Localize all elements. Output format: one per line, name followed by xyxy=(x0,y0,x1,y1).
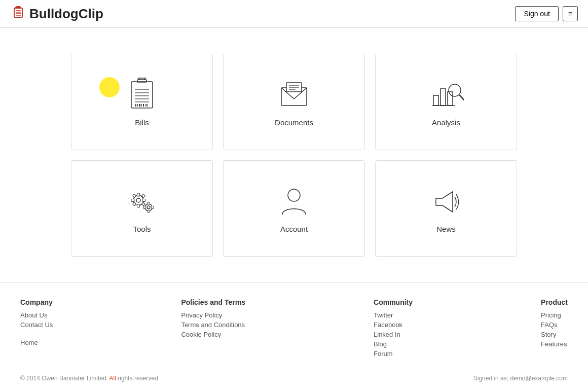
header-actions: Sign out ≡ xyxy=(515,6,578,21)
svg-rect-37 xyxy=(131,199,134,201)
copyright-highlight: All xyxy=(109,375,116,382)
svg-point-43 xyxy=(145,204,152,211)
svg-rect-18 xyxy=(141,104,142,106)
account-icon xyxy=(276,184,312,220)
bills-label: Bills xyxy=(135,118,149,127)
account-label: Account xyxy=(280,225,308,233)
svg-point-30 xyxy=(449,84,461,96)
footer-link-twitter[interactable]: Twitter xyxy=(374,311,413,319)
svg-rect-35 xyxy=(137,193,140,196)
svg-rect-19 xyxy=(143,104,144,106)
logo-icon xyxy=(10,6,26,22)
footer-company: Company About Us Contact Us Home xyxy=(20,298,53,360)
footer: Company About Us Contact Us Home Policie… xyxy=(0,282,588,392)
footer-copyright: © 2014 Owen Bannister Limited. All right… xyxy=(20,375,158,382)
svg-rect-1 xyxy=(16,6,20,7)
svg-line-31 xyxy=(460,95,464,100)
svg-rect-45 xyxy=(148,202,150,204)
header: BulldogClip Sign out ≡ xyxy=(0,0,588,28)
svg-rect-21 xyxy=(146,104,148,106)
svg-rect-15 xyxy=(135,104,136,106)
svg-rect-47 xyxy=(143,206,145,208)
svg-rect-28 xyxy=(440,89,446,105)
card-news[interactable]: News xyxy=(375,160,517,257)
svg-rect-38 xyxy=(142,199,145,201)
svg-rect-20 xyxy=(145,104,145,106)
footer-link-home[interactable]: Home xyxy=(20,339,53,346)
footer-policies-heading: Policies and Terms xyxy=(181,298,245,306)
svg-rect-48 xyxy=(152,206,154,208)
svg-rect-41 xyxy=(132,202,136,205)
card-bills[interactable]: Bills xyxy=(71,54,213,150)
footer-signed-in: Signed in as: demo@example.com xyxy=(473,375,568,382)
footer-community: Community Twitter Facebook Linked In Blo… xyxy=(374,298,413,360)
svg-rect-17 xyxy=(139,104,140,106)
footer-link-contact[interactable]: Contact Us xyxy=(20,321,53,329)
logo[interactable]: BulldogClip xyxy=(10,6,103,22)
documents-label: Documents xyxy=(275,118,313,127)
bills-icon xyxy=(124,78,160,113)
footer-company-heading: Company xyxy=(20,298,53,306)
footer-product: Product Pricing FAQs Story Features xyxy=(541,298,568,360)
card-analysis[interactable]: Analysis xyxy=(375,54,517,150)
cursor-highlight xyxy=(99,77,120,97)
svg-point-44 xyxy=(147,206,150,209)
footer-link-linkedin[interactable]: Linked In xyxy=(374,331,413,338)
svg-rect-42 xyxy=(141,202,145,205)
signout-button[interactable]: Sign out xyxy=(515,6,558,21)
news-icon xyxy=(428,184,464,220)
tools-label: Tools xyxy=(133,225,151,233)
news-label: News xyxy=(436,225,456,233)
footer-link-faqs[interactable]: FAQs xyxy=(541,321,568,329)
svg-rect-39 xyxy=(132,194,136,197)
svg-rect-16 xyxy=(137,104,138,106)
footer-link-cookie[interactable]: Cookie Policy xyxy=(181,331,245,338)
svg-rect-3 xyxy=(14,8,22,17)
svg-rect-36 xyxy=(137,204,140,207)
footer-link-terms[interactable]: Terms and Conditions xyxy=(181,321,245,329)
footer-bottom: © 2014 Owen Bannister Limited. All right… xyxy=(20,370,568,382)
analysis-icon xyxy=(428,78,464,113)
svg-rect-23 xyxy=(286,83,302,92)
footer-link-blog[interactable]: Blog xyxy=(374,340,413,348)
logo-text: BulldogClip xyxy=(29,6,103,22)
svg-rect-27 xyxy=(433,95,438,105)
documents-icon xyxy=(276,78,312,113)
menu-button[interactable]: ≡ xyxy=(563,6,578,21)
app-grid: Bills Documents xyxy=(71,54,517,257)
footer-link-about[interactable]: About Us xyxy=(20,311,53,319)
card-account[interactable]: Account xyxy=(223,160,365,257)
svg-point-49 xyxy=(288,189,300,201)
footer-link-privacy[interactable]: Privacy Policy xyxy=(181,311,245,319)
footer-product-heading: Product xyxy=(541,298,568,306)
svg-rect-46 xyxy=(148,210,150,212)
footer-link-pricing[interactable]: Pricing xyxy=(541,311,568,319)
analysis-label: Analysis xyxy=(432,118,460,127)
footer-link-facebook[interactable]: Facebook xyxy=(374,321,413,329)
footer-link-story[interactable]: Story xyxy=(541,331,568,338)
footer-community-heading: Community xyxy=(374,298,413,306)
footer-policies: Policies and Terms Privacy Policy Terms … xyxy=(181,298,245,360)
footer-link-forum[interactable]: Forum xyxy=(374,350,413,358)
card-documents[interactable]: Documents xyxy=(223,54,365,150)
footer-link-features[interactable]: Features xyxy=(541,340,568,348)
footer-columns: Company About Us Contact Us Home Policie… xyxy=(20,298,568,360)
tools-icon xyxy=(124,184,160,220)
svg-point-34 xyxy=(136,198,140,202)
card-tools[interactable]: Tools xyxy=(71,160,213,257)
main-content: Bills Documents xyxy=(0,28,588,282)
